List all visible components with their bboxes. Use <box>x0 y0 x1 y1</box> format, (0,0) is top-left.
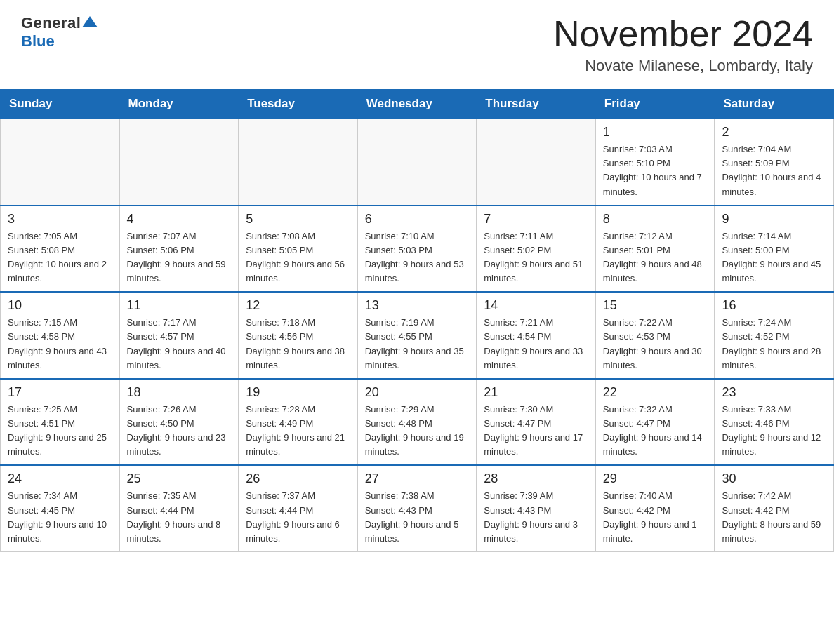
location-title: Novate Milanese, Lombardy, Italy <box>553 57 813 75</box>
calendar-cell: 22Sunrise: 7:32 AMSunset: 4:47 PMDayligh… <box>595 379 715 466</box>
day-info: Sunrise: 7:04 AMSunset: 5:09 PMDaylight:… <box>722 142 826 199</box>
calendar-cell: 2Sunrise: 7:04 AMSunset: 5:09 PMDaylight… <box>715 119 834 206</box>
svg-marker-0 <box>82 16 98 27</box>
day-number: 29 <box>603 471 708 486</box>
day-info: Sunrise: 7:17 AMSunset: 4:57 PMDaylight:… <box>127 316 232 373</box>
day-number: 23 <box>722 385 826 400</box>
calendar-cell: 12Sunrise: 7:18 AMSunset: 4:56 PMDayligh… <box>239 292 358 379</box>
day-number: 17 <box>8 385 112 400</box>
day-number: 15 <box>603 298 708 313</box>
day-info: Sunrise: 7:05 AMSunset: 5:08 PMDaylight:… <box>8 229 112 286</box>
day-info: Sunrise: 7:29 AMSunset: 4:48 PMDaylight:… <box>365 403 470 459</box>
calendar-cell: 20Sunrise: 7:29 AMSunset: 4:48 PMDayligh… <box>357 379 477 466</box>
weekday-header-tuesday: Tuesday <box>239 90 358 119</box>
day-info: Sunrise: 7:35 AMSunset: 4:44 PMDaylight:… <box>127 489 232 546</box>
day-number: 14 <box>484 298 588 313</box>
calendar-cell: 14Sunrise: 7:21 AMSunset: 4:54 PMDayligh… <box>477 292 596 379</box>
calendar-cell: 17Sunrise: 7:25 AMSunset: 4:51 PMDayligh… <box>1 379 120 466</box>
day-number: 13 <box>365 298 470 313</box>
day-number: 1 <box>603 125 708 140</box>
calendar-cell: 30Sunrise: 7:42 AMSunset: 4:42 PMDayligh… <box>715 465 834 551</box>
calendar-cell: 16Sunrise: 7:24 AMSunset: 4:52 PMDayligh… <box>715 292 834 379</box>
day-info: Sunrise: 7:12 AMSunset: 5:01 PMDaylight:… <box>603 229 708 286</box>
day-info: Sunrise: 7:08 AMSunset: 5:05 PMDaylight:… <box>246 229 350 286</box>
day-info: Sunrise: 7:42 AMSunset: 4:42 PMDaylight:… <box>722 489 826 546</box>
calendar-week-3: 10Sunrise: 7:15 AMSunset: 4:58 PMDayligh… <box>1 292 834 379</box>
calendar-week-2: 3Sunrise: 7:05 AMSunset: 5:08 PMDaylight… <box>1 206 834 293</box>
day-number: 11 <box>127 298 232 313</box>
day-number: 6 <box>365 212 470 227</box>
day-info: Sunrise: 7:11 AMSunset: 5:02 PMDaylight:… <box>484 229 588 286</box>
calendar-body: 1Sunrise: 7:03 AMSunset: 5:10 PMDaylight… <box>1 119 834 551</box>
calendar-cell: 26Sunrise: 7:37 AMSunset: 4:44 PMDayligh… <box>239 465 358 551</box>
calendar-header: SundayMondayTuesdayWednesdayThursdayFrid… <box>1 90 834 119</box>
day-number: 24 <box>8 471 112 486</box>
day-info: Sunrise: 7:32 AMSunset: 4:47 PMDaylight:… <box>603 403 708 459</box>
calendar-cell: 13Sunrise: 7:19 AMSunset: 4:55 PMDayligh… <box>357 292 477 379</box>
day-info: Sunrise: 7:22 AMSunset: 4:53 PMDaylight:… <box>603 316 708 373</box>
day-info: Sunrise: 7:34 AMSunset: 4:45 PMDaylight:… <box>8 489 112 546</box>
day-number: 20 <box>365 385 470 400</box>
calendar-cell: 8Sunrise: 7:12 AMSunset: 5:01 PMDaylight… <box>595 206 715 293</box>
day-info: Sunrise: 7:15 AMSunset: 4:58 PMDaylight:… <box>8 316 112 373</box>
day-info: Sunrise: 7:07 AMSunset: 5:06 PMDaylight:… <box>127 229 232 286</box>
day-info: Sunrise: 7:21 AMSunset: 4:54 PMDaylight:… <box>484 316 588 373</box>
day-info: Sunrise: 7:18 AMSunset: 4:56 PMDaylight:… <box>246 316 350 373</box>
calendar-cell: 23Sunrise: 7:33 AMSunset: 4:46 PMDayligh… <box>715 379 834 466</box>
calendar-cell: 28Sunrise: 7:39 AMSunset: 4:43 PMDayligh… <box>477 465 596 551</box>
day-number: 28 <box>484 471 588 486</box>
day-number: 7 <box>484 212 588 227</box>
calendar-cell: 27Sunrise: 7:38 AMSunset: 4:43 PMDayligh… <box>357 465 477 551</box>
logo-blue-text: Blue <box>21 32 55 51</box>
day-number: 9 <box>722 212 826 227</box>
day-number: 16 <box>722 298 826 313</box>
day-info: Sunrise: 7:26 AMSunset: 4:50 PMDaylight:… <box>127 403 232 459</box>
calendar-cell: 1Sunrise: 7:03 AMSunset: 5:10 PMDaylight… <box>595 119 715 206</box>
calendar-cell: 15Sunrise: 7:22 AMSunset: 4:53 PMDayligh… <box>595 292 715 379</box>
calendar-cell: 21Sunrise: 7:30 AMSunset: 4:47 PMDayligh… <box>477 379 596 466</box>
calendar-cell: 9Sunrise: 7:14 AMSunset: 5:00 PMDaylight… <box>715 206 834 293</box>
day-info: Sunrise: 7:19 AMSunset: 4:55 PMDaylight:… <box>365 316 470 373</box>
day-number: 27 <box>365 471 470 486</box>
day-info: Sunrise: 7:40 AMSunset: 4:42 PMDaylight:… <box>603 489 708 546</box>
calendar-cell <box>239 119 358 206</box>
day-info: Sunrise: 7:14 AMSunset: 5:00 PMDaylight:… <box>722 229 826 286</box>
day-number: 26 <box>246 471 350 486</box>
calendar-week-5: 24Sunrise: 7:34 AMSunset: 4:45 PMDayligh… <box>1 465 834 551</box>
day-number: 22 <box>603 385 708 400</box>
calendar-cell: 3Sunrise: 7:05 AMSunset: 5:08 PMDaylight… <box>1 206 120 293</box>
calendar-cell: 24Sunrise: 7:34 AMSunset: 4:45 PMDayligh… <box>1 465 120 551</box>
day-info: Sunrise: 7:03 AMSunset: 5:10 PMDaylight:… <box>603 142 708 199</box>
day-number: 5 <box>246 212 350 227</box>
calendar-cell: 7Sunrise: 7:11 AMSunset: 5:02 PMDaylight… <box>477 206 596 293</box>
day-info: Sunrise: 7:39 AMSunset: 4:43 PMDaylight:… <box>484 489 588 546</box>
calendar-cell: 4Sunrise: 7:07 AMSunset: 5:06 PMDaylight… <box>119 206 239 293</box>
calendar-table: SundayMondayTuesdayWednesdayThursdayFrid… <box>0 89 834 552</box>
day-number: 4 <box>127 212 232 227</box>
day-number: 3 <box>8 212 112 227</box>
day-number: 2 <box>722 125 826 140</box>
month-title: November 2024 <box>553 14 813 54</box>
calendar-cell: 5Sunrise: 7:08 AMSunset: 5:05 PMDaylight… <box>239 206 358 293</box>
weekday-header-row: SundayMondayTuesdayWednesdayThursdayFrid… <box>1 90 834 119</box>
day-info: Sunrise: 7:25 AMSunset: 4:51 PMDaylight:… <box>8 403 112 459</box>
logo-general-text: General <box>21 14 81 32</box>
weekday-header-thursday: Thursday <box>477 90 596 119</box>
calendar-cell: 11Sunrise: 7:17 AMSunset: 4:57 PMDayligh… <box>119 292 239 379</box>
calendar-cell: 18Sunrise: 7:26 AMSunset: 4:50 PMDayligh… <box>119 379 239 466</box>
day-number: 8 <box>603 212 708 227</box>
weekday-header-friday: Friday <box>595 90 715 119</box>
day-number: 25 <box>127 471 232 486</box>
calendar-cell: 19Sunrise: 7:28 AMSunset: 4:49 PMDayligh… <box>239 379 358 466</box>
day-number: 18 <box>127 385 232 400</box>
day-info: Sunrise: 7:37 AMSunset: 4:44 PMDaylight:… <box>246 489 350 546</box>
calendar-cell <box>1 119 120 206</box>
calendar-week-4: 17Sunrise: 7:25 AMSunset: 4:51 PMDayligh… <box>1 379 834 466</box>
weekday-header-wednesday: Wednesday <box>357 90 477 119</box>
weekday-header-monday: Monday <box>119 90 239 119</box>
weekday-header-sunday: Sunday <box>1 90 120 119</box>
calendar-cell: 10Sunrise: 7:15 AMSunset: 4:58 PMDayligh… <box>1 292 120 379</box>
day-info: Sunrise: 7:28 AMSunset: 4:49 PMDaylight:… <box>246 403 350 459</box>
day-info: Sunrise: 7:38 AMSunset: 4:43 PMDaylight:… <box>365 489 470 546</box>
day-number: 12 <box>246 298 350 313</box>
